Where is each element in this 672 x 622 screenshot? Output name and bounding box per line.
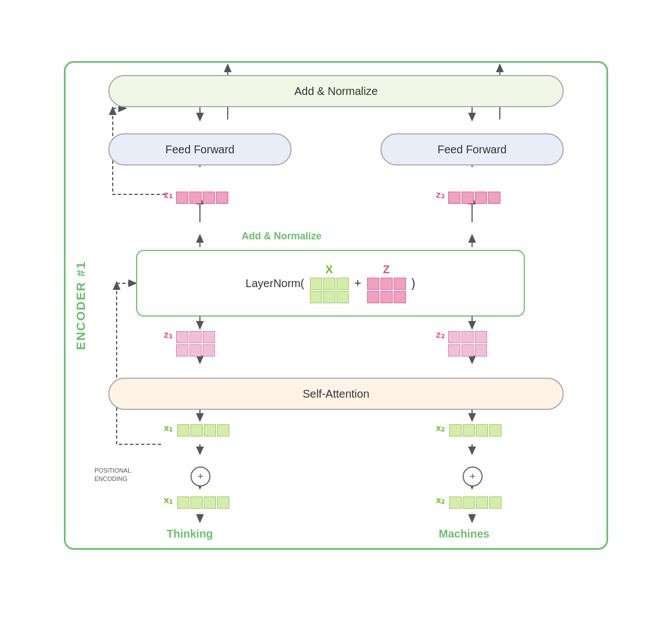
x2-bottom-label: x₂ <box>436 494 445 506</box>
z2-lower-matrix <box>448 331 487 357</box>
cell <box>310 291 322 303</box>
cell <box>337 291 349 303</box>
cell <box>475 192 487 204</box>
cell <box>449 496 462 509</box>
feed-forward-left-label: Feed Forward <box>166 143 235 156</box>
cell <box>489 424 502 437</box>
pos-enc-text: POSITIONALENCODING <box>94 467 131 482</box>
cell <box>190 496 203 509</box>
cell <box>367 291 379 303</box>
cell <box>367 278 379 290</box>
cell <box>217 496 229 509</box>
cell <box>463 496 475 509</box>
x-matrix-group: X <box>310 263 349 303</box>
pos-enc-circle-1: + <box>190 466 210 486</box>
self-attention-box: Self-Attention <box>108 378 564 410</box>
cell <box>310 278 322 290</box>
z-matrix <box>367 278 406 303</box>
cell <box>204 424 216 437</box>
word-thinking: Thinking <box>167 528 213 540</box>
layer-norm-text: LayerNorm( <box>245 277 304 290</box>
cell <box>217 424 229 437</box>
cell <box>323 278 335 290</box>
x-label: X <box>325 263 333 276</box>
cell <box>449 424 462 437</box>
layer-norm-box: LayerNorm( X + Z <box>136 250 525 317</box>
cell <box>176 192 188 204</box>
cell <box>203 331 215 343</box>
feed-forward-right: Feed Forward <box>380 133 564 165</box>
cell <box>394 278 406 290</box>
cell <box>488 192 500 204</box>
z2-top-matrix <box>448 192 500 204</box>
pos-enc-label: POSITIONALENCODING <box>94 466 131 484</box>
cell <box>323 291 335 303</box>
cell <box>448 344 460 357</box>
cell <box>176 331 188 343</box>
pos-enc-circle-2: + <box>463 466 483 486</box>
word-machines: Machines <box>439 528 489 540</box>
z1-top-label: z₁ <box>164 189 173 200</box>
z1-lower-matrix <box>176 331 215 357</box>
plus-icon-1: + <box>198 471 204 483</box>
x2-upper-matrix <box>449 424 502 437</box>
plus-operator: + <box>354 276 362 290</box>
z1-top-matrix <box>176 192 228 204</box>
cell <box>189 344 202 357</box>
cell <box>177 496 189 509</box>
cell <box>337 278 349 290</box>
cell <box>176 344 188 357</box>
add-normalize-top: Add & Normalize <box>108 75 564 107</box>
add-normalize-green-label: Add & Normalize <box>242 230 322 242</box>
x1-bottom-label: x₁ <box>164 494 173 506</box>
cell <box>204 496 216 509</box>
x1-upper-matrix <box>177 424 229 437</box>
cell <box>203 192 215 204</box>
cell <box>463 424 475 437</box>
z-matrix-group: Z <box>367 263 406 303</box>
z1-lower-label: z₁ <box>164 329 173 340</box>
cell <box>462 192 474 204</box>
cell <box>177 424 189 437</box>
x1-upper-label: x₁ <box>164 422 173 434</box>
cell <box>448 192 460 204</box>
feed-forward-right-label: Feed Forward <box>438 143 507 156</box>
cell <box>475 331 487 343</box>
diagram-container: ENCODER #1 <box>31 17 641 605</box>
x1-bottom-matrix <box>177 496 229 509</box>
z-label: Z <box>383 263 389 276</box>
cell <box>462 344 474 357</box>
cell <box>476 424 488 437</box>
self-attention-label: Self-Attention <box>303 388 369 400</box>
cell <box>448 331 460 343</box>
cell <box>189 192 202 204</box>
x-matrix <box>310 278 349 303</box>
cell <box>475 344 487 357</box>
cell <box>394 291 406 303</box>
x2-bottom-matrix <box>449 496 502 509</box>
cell <box>489 496 502 509</box>
x2-upper-label: x₂ <box>436 422 445 434</box>
cell <box>462 331 474 343</box>
cell <box>203 344 215 357</box>
cell <box>190 424 203 437</box>
close-paren: ) <box>412 276 415 290</box>
cell <box>380 291 393 303</box>
cell <box>380 278 393 290</box>
add-normalize-top-label: Add & Normalize <box>294 85 378 98</box>
layer-norm-content: LayerNorm( X + Z <box>245 263 415 303</box>
z2-top-label: z₂ <box>436 189 445 200</box>
cell <box>189 331 202 343</box>
plus-icon-2: + <box>470 471 476 483</box>
cell <box>476 496 488 509</box>
z2-lower-label: z₂ <box>436 329 445 340</box>
encoder-label: ENCODER #1 <box>74 261 88 350</box>
cell <box>216 192 228 204</box>
feed-forward-left: Feed Forward <box>108 133 292 165</box>
